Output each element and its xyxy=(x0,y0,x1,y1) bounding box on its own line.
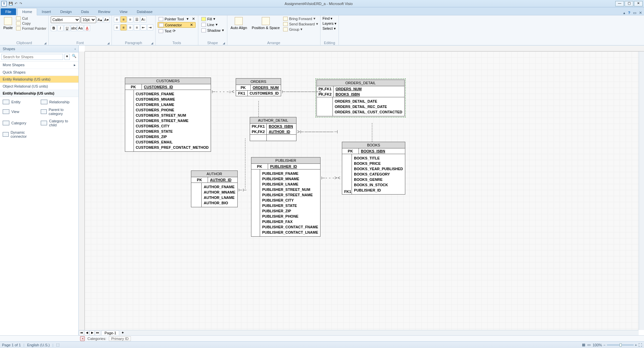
view-normal-icon[interactable]: ▦ xyxy=(582,343,585,347)
tab-insert[interactable]: Insert xyxy=(37,8,56,15)
zoom-control[interactable]: 100% − + ⛶ xyxy=(593,343,642,347)
last-page-button[interactable]: ⏭ xyxy=(95,331,100,335)
shape-category[interactable]: Category xyxy=(3,119,38,127)
tab-view[interactable]: View xyxy=(115,8,132,15)
vertical-scrollbar[interactable] xyxy=(639,51,644,330)
case-button[interactable]: Aa xyxy=(77,25,83,31)
shape-parent-to-category[interactable]: Parent to category xyxy=(41,108,76,116)
zoom-out-icon[interactable]: − xyxy=(603,343,605,347)
tab-review[interactable]: Review xyxy=(93,8,115,15)
page-tab[interactable]: Page-1 xyxy=(101,330,119,336)
undo-icon[interactable]: ↶ xyxy=(15,2,17,5)
connector-tool-button[interactable]: Connector✕ xyxy=(158,22,196,28)
tab-design[interactable]: Design xyxy=(56,8,76,15)
underline-button[interactable]: U xyxy=(64,25,70,31)
align-left-button[interactable]: ≡ xyxy=(114,24,120,30)
macro-record-icon[interactable]: ⬚ xyxy=(56,343,59,347)
font-color-button[interactable]: A xyxy=(84,25,90,31)
decrease-indent-button[interactable]: ⇤ xyxy=(141,24,147,30)
entity-orders-detail[interactable]: ORDERS_DETAIL PK,FK1ORDERS_NUM PK,FK2BOO… xyxy=(316,80,405,116)
cut-button[interactable]: Cut xyxy=(16,16,46,20)
horizontal-scrollbar[interactable]: ⏮ ◀ ▶ ⏭ Page-1 ✦ xyxy=(79,330,639,335)
minimize-ribbon-icon[interactable]: ▴ xyxy=(623,11,625,15)
align-right-button[interactable]: ≡ xyxy=(127,24,133,30)
entity-orders[interactable]: ORDERS PKORDERS_NUM FK1CUSTOMERS_ID xyxy=(236,78,281,96)
connector-author-authordetail-vert[interactable] xyxy=(245,138,245,189)
autoalign-button[interactable]: Auto Align xyxy=(229,16,249,30)
entity-author-detail[interactable]: AUTHOR_DETAIL PK,FK1BOOKS_ISBN PK,FK2AUT… xyxy=(250,117,296,141)
first-page-button[interactable]: ⏮ xyxy=(79,331,84,335)
layers-button[interactable]: Layers ▾ xyxy=(323,21,337,26)
quick-shapes-item[interactable]: Quick Shapes xyxy=(0,69,78,76)
select-button[interactable]: Select ▾ xyxy=(323,26,336,31)
search-go-icon[interactable]: 🔍 xyxy=(71,54,77,60)
increase-font-icon[interactable]: A▴ xyxy=(97,17,103,23)
text-direction-button[interactable]: A↕ xyxy=(141,16,147,22)
canvas[interactable]: CUSTOMERS PKCUSTOMERS_ID CUSTOMERS_FNAME… xyxy=(79,45,644,335)
connector-publisher-books[interactable]: ⊢- - ->< xyxy=(321,175,341,181)
entity-author[interactable]: AUTHOR PKAUTHOR_ID AUTHOR_FNAMEAUTHOR_MN… xyxy=(191,170,238,207)
connector-orders-ordersdetail[interactable]: ⊢─────────< xyxy=(282,89,322,94)
connector-orders-authordetail[interactable] xyxy=(258,101,259,117)
tab-data[interactable]: Data xyxy=(76,8,93,15)
paragraph-dialog-icon[interactable]: ◢ xyxy=(151,41,153,45)
text-tool-button[interactable]: Text⟳ xyxy=(158,28,177,33)
language-indicator[interactable]: English (U.S.) xyxy=(27,343,50,347)
tab-file[interactable]: File xyxy=(1,8,16,15)
shadow-button[interactable]: Shadow ▾ xyxy=(200,28,225,33)
align-top-button[interactable]: ≡ xyxy=(114,16,120,22)
bold-button[interactable]: B xyxy=(51,25,57,31)
font-dialog-icon[interactable]: ◢ xyxy=(107,41,110,45)
shape-dialog-icon[interactable]: ◢ xyxy=(223,41,225,45)
increase-indent-button[interactable]: ⇥ xyxy=(147,24,153,30)
copy-button[interactable]: Copy xyxy=(16,21,46,25)
close-validation-icon[interactable]: ✕ xyxy=(80,336,85,341)
redo-icon[interactable]: ↷ xyxy=(19,2,22,5)
entity-publisher[interactable]: PUBLISHER PKPUBLISHER_ID PUBLISHER_FNAME… xyxy=(251,157,320,237)
fill-button[interactable]: Fill ▾ xyxy=(200,16,216,21)
zoom-slider[interactable] xyxy=(607,344,634,346)
find-button[interactable]: Find ▾ xyxy=(323,16,333,21)
view-fullscreen-icon[interactable]: ▭ xyxy=(587,343,591,347)
connector-author-authordetail[interactable]: ⊢⊢ xyxy=(238,187,247,193)
bullets-button[interactable]: ☰ xyxy=(134,16,140,22)
font-size-select[interactable]: 10pt. xyxy=(81,16,96,23)
align-justify-button[interactable]: ≡ xyxy=(134,24,140,30)
zoom-in-icon[interactable]: + xyxy=(635,343,637,347)
pointer-tool-button[interactable]: Pointer Tool▾✕ xyxy=(158,16,196,21)
restore-down-icon[interactable]: ▭ xyxy=(633,11,636,15)
entity-books[interactable]: BOOKS PKBOOKS_ISBN FK1 BOOKS_TITLEBOOKS_… xyxy=(342,142,405,195)
tab-database[interactable]: Database xyxy=(132,8,157,15)
connector-authordetail-books[interactable]: >⊢────────⊣ xyxy=(297,129,338,134)
entity-customers[interactable]: CUSTOMERS PKCUSTOMERS_ID CUSTOMERS_FNAME… xyxy=(125,78,211,152)
bring-forward-button[interactable]: Bring Forward ▾ xyxy=(283,16,318,21)
fit-to-window-icon[interactable]: ⛶ xyxy=(638,343,642,347)
search-input[interactable] xyxy=(1,54,63,60)
connector-customers-orders[interactable]: ⊢- - - -○< xyxy=(212,89,235,94)
line-button[interactable]: Line ▾ xyxy=(200,22,219,27)
decrease-font-icon[interactable]: A▾ xyxy=(103,17,110,23)
font-name-select[interactable]: Calibri xyxy=(51,16,80,23)
prev-page-button[interactable]: ◀ xyxy=(84,331,89,335)
more-shapes-item[interactable]: More Shapes▸ xyxy=(0,62,78,69)
strikethrough-button[interactable]: abc xyxy=(71,25,77,31)
shape-category-to-child[interactable]: Category to child xyxy=(41,119,76,127)
align-bottom-button[interactable]: ≡ xyxy=(127,16,133,22)
new-page-button[interactable]: ✦ xyxy=(121,331,124,335)
shape-dynamic-connector[interactable]: Dynamic connector xyxy=(3,130,38,138)
minimize-button[interactable]: — xyxy=(615,1,624,6)
er-us-stencil-item[interactable]: Entity Relationship (US units) xyxy=(0,76,78,83)
position-button[interactable]: Position & Space xyxy=(250,16,281,30)
drawing-surface[interactable]: CUSTOMERS PKCUSTOMERS_ID CUSTOMERS_FNAME… xyxy=(85,51,639,330)
tab-home[interactable]: Home xyxy=(17,8,37,15)
help-icon[interactable]: ? xyxy=(628,11,630,15)
next-page-button[interactable]: ▶ xyxy=(89,331,95,335)
align-center-button[interactable]: ≡ xyxy=(121,24,127,30)
save-icon[interactable]: 💾 xyxy=(9,2,13,5)
close-doc-icon[interactable]: ✕ xyxy=(639,11,642,15)
close-button[interactable]: ✕ xyxy=(634,1,643,6)
format-painter-button[interactable]: Format Painter xyxy=(16,26,46,30)
shape-view[interactable]: View xyxy=(3,108,38,116)
connector-ordersdetail-books[interactable] xyxy=(372,123,372,142)
collapse-shapes-icon[interactable]: ‹ xyxy=(74,47,76,51)
